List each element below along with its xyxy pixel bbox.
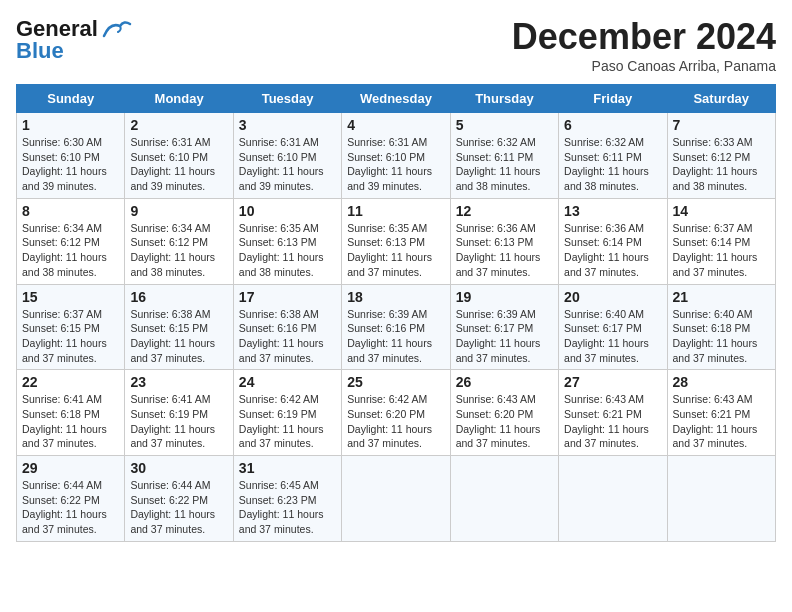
- day-number: 23: [130, 374, 227, 390]
- day-cell-21: 21Sunrise: 6:40 AMSunset: 6:18 PMDayligh…: [667, 284, 775, 370]
- day-number: 22: [22, 374, 119, 390]
- day-number: 12: [456, 203, 553, 219]
- day-cell-8: 8Sunrise: 6:34 AMSunset: 6:12 PMDaylight…: [17, 198, 125, 284]
- header-thursday: Thursday: [450, 85, 558, 113]
- day-info: Sunrise: 6:43 AMSunset: 6:20 PMDaylight:…: [456, 392, 553, 451]
- day-info: Sunrise: 6:34 AMSunset: 6:12 PMDaylight:…: [130, 221, 227, 280]
- day-cell-24: 24Sunrise: 6:42 AMSunset: 6:19 PMDayligh…: [233, 370, 341, 456]
- calendar-table: SundayMondayTuesdayWednesdayThursdayFrid…: [16, 84, 776, 542]
- day-number: 16: [130, 289, 227, 305]
- day-number: 15: [22, 289, 119, 305]
- day-info: Sunrise: 6:37 AMSunset: 6:15 PMDaylight:…: [22, 307, 119, 366]
- day-info: Sunrise: 6:44 AMSunset: 6:22 PMDaylight:…: [130, 478, 227, 537]
- day-number: 1: [22, 117, 119, 133]
- day-cell-17: 17Sunrise: 6:38 AMSunset: 6:16 PMDayligh…: [233, 284, 341, 370]
- day-cell-10: 10Sunrise: 6:35 AMSunset: 6:13 PMDayligh…: [233, 198, 341, 284]
- day-info: Sunrise: 6:35 AMSunset: 6:13 PMDaylight:…: [239, 221, 336, 280]
- header-wednesday: Wednesday: [342, 85, 450, 113]
- day-cell-1: 1Sunrise: 6:30 AMSunset: 6:10 PMDaylight…: [17, 113, 125, 199]
- day-info: Sunrise: 6:30 AMSunset: 6:10 PMDaylight:…: [22, 135, 119, 194]
- week-row-4: 22Sunrise: 6:41 AMSunset: 6:18 PMDayligh…: [17, 370, 776, 456]
- empty-cell: [342, 456, 450, 542]
- day-cell-13: 13Sunrise: 6:36 AMSunset: 6:14 PMDayligh…: [559, 198, 667, 284]
- week-row-3: 15Sunrise: 6:37 AMSunset: 6:15 PMDayligh…: [17, 284, 776, 370]
- day-cell-26: 26Sunrise: 6:43 AMSunset: 6:20 PMDayligh…: [450, 370, 558, 456]
- day-cell-30: 30Sunrise: 6:44 AMSunset: 6:22 PMDayligh…: [125, 456, 233, 542]
- day-info: Sunrise: 6:39 AMSunset: 6:17 PMDaylight:…: [456, 307, 553, 366]
- day-info: Sunrise: 6:42 AMSunset: 6:20 PMDaylight:…: [347, 392, 444, 451]
- day-number: 20: [564, 289, 661, 305]
- day-info: Sunrise: 6:43 AMSunset: 6:21 PMDaylight:…: [564, 392, 661, 451]
- day-info: Sunrise: 6:40 AMSunset: 6:18 PMDaylight:…: [673, 307, 770, 366]
- title-area: December 2024 Paso Canoas Arriba, Panama: [512, 16, 776, 74]
- day-cell-15: 15Sunrise: 6:37 AMSunset: 6:15 PMDayligh…: [17, 284, 125, 370]
- day-info: Sunrise: 6:41 AMSunset: 6:19 PMDaylight:…: [130, 392, 227, 451]
- day-info: Sunrise: 6:41 AMSunset: 6:18 PMDaylight:…: [22, 392, 119, 451]
- day-number: 18: [347, 289, 444, 305]
- day-info: Sunrise: 6:38 AMSunset: 6:16 PMDaylight:…: [239, 307, 336, 366]
- header: General Blue December 2024 Paso Canoas A…: [16, 16, 776, 74]
- header-saturday: Saturday: [667, 85, 775, 113]
- day-info: Sunrise: 6:36 AMSunset: 6:13 PMDaylight:…: [456, 221, 553, 280]
- day-cell-20: 20Sunrise: 6:40 AMSunset: 6:17 PMDayligh…: [559, 284, 667, 370]
- day-cell-4: 4Sunrise: 6:31 AMSunset: 6:10 PMDaylight…: [342, 113, 450, 199]
- day-number: 26: [456, 374, 553, 390]
- day-number: 7: [673, 117, 770, 133]
- day-cell-11: 11Sunrise: 6:35 AMSunset: 6:13 PMDayligh…: [342, 198, 450, 284]
- day-info: Sunrise: 6:45 AMSunset: 6:23 PMDaylight:…: [239, 478, 336, 537]
- day-number: 21: [673, 289, 770, 305]
- logo: General Blue: [16, 16, 132, 64]
- day-number: 8: [22, 203, 119, 219]
- week-row-5: 29Sunrise: 6:44 AMSunset: 6:22 PMDayligh…: [17, 456, 776, 542]
- day-info: Sunrise: 6:42 AMSunset: 6:19 PMDaylight:…: [239, 392, 336, 451]
- day-cell-31: 31Sunrise: 6:45 AMSunset: 6:23 PMDayligh…: [233, 456, 341, 542]
- day-info: Sunrise: 6:32 AMSunset: 6:11 PMDaylight:…: [564, 135, 661, 194]
- day-info: Sunrise: 6:32 AMSunset: 6:11 PMDaylight:…: [456, 135, 553, 194]
- day-cell-3: 3Sunrise: 6:31 AMSunset: 6:10 PMDaylight…: [233, 113, 341, 199]
- day-number: 14: [673, 203, 770, 219]
- day-cell-6: 6Sunrise: 6:32 AMSunset: 6:11 PMDaylight…: [559, 113, 667, 199]
- day-info: Sunrise: 6:35 AMSunset: 6:13 PMDaylight:…: [347, 221, 444, 280]
- day-number: 27: [564, 374, 661, 390]
- week-row-1: 1Sunrise: 6:30 AMSunset: 6:10 PMDaylight…: [17, 113, 776, 199]
- day-cell-9: 9Sunrise: 6:34 AMSunset: 6:12 PMDaylight…: [125, 198, 233, 284]
- day-cell-19: 19Sunrise: 6:39 AMSunset: 6:17 PMDayligh…: [450, 284, 558, 370]
- day-number: 2: [130, 117, 227, 133]
- day-number: 5: [456, 117, 553, 133]
- day-info: Sunrise: 6:43 AMSunset: 6:21 PMDaylight:…: [673, 392, 770, 451]
- day-number: 4: [347, 117, 444, 133]
- day-number: 11: [347, 203, 444, 219]
- day-info: Sunrise: 6:37 AMSunset: 6:14 PMDaylight:…: [673, 221, 770, 280]
- day-info: Sunrise: 6:44 AMSunset: 6:22 PMDaylight:…: [22, 478, 119, 537]
- day-info: Sunrise: 6:31 AMSunset: 6:10 PMDaylight:…: [347, 135, 444, 194]
- day-number: 30: [130, 460, 227, 476]
- day-number: 28: [673, 374, 770, 390]
- day-number: 13: [564, 203, 661, 219]
- day-info: Sunrise: 6:33 AMSunset: 6:12 PMDaylight:…: [673, 135, 770, 194]
- day-cell-16: 16Sunrise: 6:38 AMSunset: 6:15 PMDayligh…: [125, 284, 233, 370]
- month-title: December 2024: [512, 16, 776, 58]
- day-cell-5: 5Sunrise: 6:32 AMSunset: 6:11 PMDaylight…: [450, 113, 558, 199]
- day-number: 10: [239, 203, 336, 219]
- day-number: 17: [239, 289, 336, 305]
- day-number: 25: [347, 374, 444, 390]
- day-cell-12: 12Sunrise: 6:36 AMSunset: 6:13 PMDayligh…: [450, 198, 558, 284]
- day-info: Sunrise: 6:38 AMSunset: 6:15 PMDaylight:…: [130, 307, 227, 366]
- day-info: Sunrise: 6:31 AMSunset: 6:10 PMDaylight:…: [239, 135, 336, 194]
- header-monday: Monday: [125, 85, 233, 113]
- day-info: Sunrise: 6:39 AMSunset: 6:16 PMDaylight:…: [347, 307, 444, 366]
- day-number: 29: [22, 460, 119, 476]
- empty-cell: [559, 456, 667, 542]
- day-cell-23: 23Sunrise: 6:41 AMSunset: 6:19 PMDayligh…: [125, 370, 233, 456]
- day-number: 6: [564, 117, 661, 133]
- location-subtitle: Paso Canoas Arriba, Panama: [512, 58, 776, 74]
- header-row: SundayMondayTuesdayWednesdayThursdayFrid…: [17, 85, 776, 113]
- day-number: 3: [239, 117, 336, 133]
- day-info: Sunrise: 6:36 AMSunset: 6:14 PMDaylight:…: [564, 221, 661, 280]
- day-cell-25: 25Sunrise: 6:42 AMSunset: 6:20 PMDayligh…: [342, 370, 450, 456]
- empty-cell: [450, 456, 558, 542]
- header-sunday: Sunday: [17, 85, 125, 113]
- day-cell-29: 29Sunrise: 6:44 AMSunset: 6:22 PMDayligh…: [17, 456, 125, 542]
- day-cell-22: 22Sunrise: 6:41 AMSunset: 6:18 PMDayligh…: [17, 370, 125, 456]
- header-friday: Friday: [559, 85, 667, 113]
